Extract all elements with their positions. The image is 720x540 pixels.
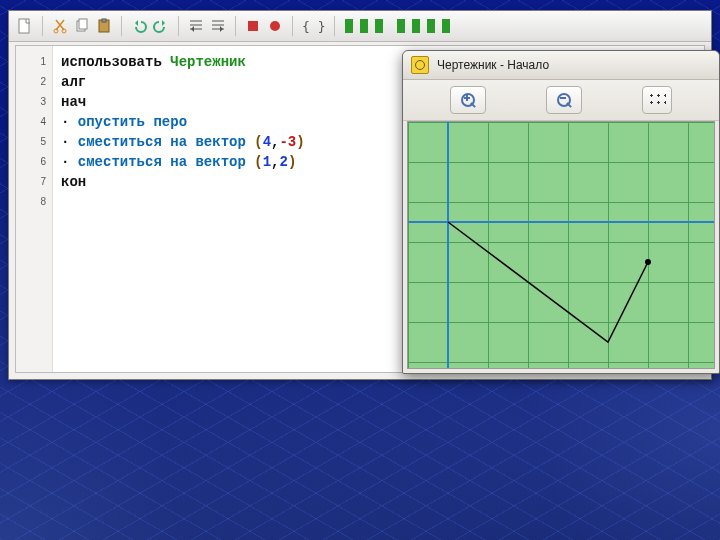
stop-icon[interactable] <box>245 18 261 34</box>
pen-path <box>408 122 714 370</box>
t: -3 <box>279 134 296 150</box>
ide-toolbar: { } <box>9 11 711 42</box>
line-number: 3 <box>16 92 46 112</box>
undo-icon[interactable] <box>131 18 147 34</box>
t: Чертежник <box>170 54 246 70</box>
t: 2 <box>279 154 287 170</box>
status-bar-3 <box>375 19 383 33</box>
status-bar-2 <box>360 19 368 33</box>
status-bar-4 <box>397 19 405 33</box>
indent-left-icon[interactable] <box>188 18 204 34</box>
line-gutter: 1 2 3 4 5 6 7 8 <box>16 46 53 372</box>
app-icon <box>411 56 429 74</box>
line-number: 4 <box>16 112 46 132</box>
line-number: 8 <box>16 192 46 212</box>
svg-point-8 <box>270 21 280 31</box>
line-number: 6 <box>16 152 46 172</box>
line-number: 7 <box>16 172 46 192</box>
draftsman-titlebar[interactable]: Чертежник - Начало <box>403 51 719 80</box>
line-number: 1 <box>16 52 46 72</box>
canvas-frame <box>407 121 715 369</box>
t: алг <box>61 74 86 90</box>
t: · <box>61 154 69 170</box>
t: сместиться на вектор <box>78 154 246 170</box>
grid-toggle-button[interactable] <box>642 86 672 114</box>
zoom-in-button[interactable] <box>450 86 486 114</box>
svg-rect-7 <box>248 21 258 31</box>
t: 4 <box>263 134 271 150</box>
paste-icon[interactable] <box>96 18 112 34</box>
cut-icon[interactable] <box>52 18 68 34</box>
status-bar-6 <box>427 19 435 33</box>
t: · <box>61 114 69 130</box>
new-file-icon[interactable] <box>17 18 33 34</box>
draftsman-toolbar <box>403 80 719 121</box>
svg-rect-0 <box>19 19 29 33</box>
record-icon[interactable] <box>267 18 283 34</box>
svg-rect-4 <box>79 19 87 29</box>
indent-right-icon[interactable] <box>210 18 226 34</box>
svg-rect-6 <box>102 19 106 22</box>
status-bar-1 <box>345 19 353 33</box>
t: сместиться на вектор <box>78 134 246 150</box>
t: кон <box>61 174 86 190</box>
t: опустить перо <box>78 114 187 130</box>
status-bar-7 <box>442 19 450 33</box>
t: · <box>61 134 69 150</box>
t: использовать <box>61 54 162 70</box>
zoom-out-icon <box>557 93 571 107</box>
drawing-canvas[interactable] <box>408 122 714 368</box>
line-number: 2 <box>16 72 46 92</box>
status-bar-5 <box>412 19 420 33</box>
copy-icon[interactable] <box>74 18 90 34</box>
zoom-out-button[interactable] <box>546 86 582 114</box>
redo-icon[interactable] <box>153 18 169 34</box>
draftsman-window[interactable]: Чертежник - Начало <box>402 50 720 374</box>
t: 1 <box>263 154 271 170</box>
window-title: Чертежник - Начало <box>437 58 549 72</box>
t: нач <box>61 94 86 110</box>
braces-icon[interactable]: { } <box>302 19 325 34</box>
zoom-in-icon <box>461 93 475 107</box>
line-number: 5 <box>16 132 46 152</box>
svg-point-9 <box>645 259 651 265</box>
